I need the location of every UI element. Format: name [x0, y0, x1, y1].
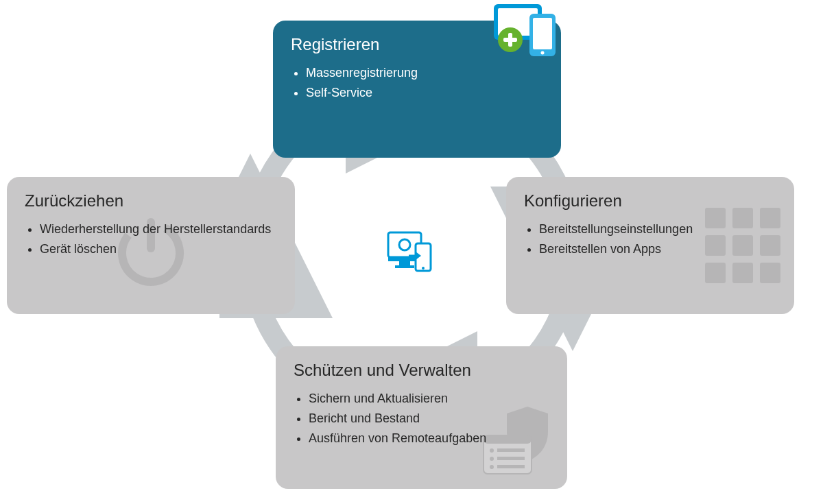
card-configure-title: Konfigurieren — [524, 192, 776, 210]
list-item: Massenregistrierung — [306, 63, 543, 83]
svg-rect-31 — [497, 465, 525, 468]
lifecycle-diagram: Registrieren Massenregistrierung Self-Se… — [0, 0, 823, 504]
card-register-list: Massenregistrierung Self-Service — [291, 63, 543, 103]
svg-point-28 — [490, 457, 494, 461]
list-item: Bericht und Bestand — [309, 409, 549, 429]
list-item: Bereitstellen von Apps — [539, 239, 776, 259]
card-protect-manage: Schützen und Verwalten Sichern und Aktua… — [276, 346, 567, 489]
svg-point-26 — [490, 448, 494, 453]
card-retire-title: Zurückziehen — [25, 192, 277, 210]
list-item: Gerät löschen — [40, 239, 277, 259]
device-add-icon — [490, 1, 565, 63]
card-configure-list: Bereitstellungseinstellungen Bereitstell… — [524, 219, 776, 259]
card-configure: Konfigurieren Bereitstellungseinstellung… — [506, 177, 794, 314]
center-monitor-phone-icon — [384, 228, 439, 276]
svg-rect-10 — [533, 18, 552, 49]
card-protect-title: Schützen und Verwalten — [294, 361, 549, 379]
svg-rect-21 — [705, 263, 726, 283]
list-item: Wiederherstellung der Herstellerstandard… — [40, 219, 277, 239]
svg-rect-23 — [760, 263, 780, 283]
list-item: Sichern und Aktualisieren — [309, 389, 549, 409]
list-item: Bereitstellungseinstellungen — [539, 219, 776, 239]
card-protect-list: Sichern und Aktualisieren Bericht und Be… — [294, 389, 549, 448]
card-retire: Zurückziehen Wiederherstellung der Herst… — [7, 177, 295, 314]
svg-point-6 — [422, 267, 425, 269]
svg-rect-29 — [497, 457, 525, 460]
svg-point-30 — [490, 465, 494, 469]
svg-rect-22 — [732, 263, 753, 283]
svg-rect-2 — [399, 261, 410, 265]
svg-rect-14 — [503, 38, 517, 42]
svg-point-11 — [541, 51, 545, 55]
list-item: Ausführen von Remoteaufgaben — [309, 429, 549, 448]
svg-rect-27 — [497, 448, 525, 452]
list-item: Self-Service — [306, 83, 543, 103]
card-register: Registrieren Massenregistrierung Self-Se… — [273, 21, 561, 158]
card-retire-list: Wiederherstellung der Herstellerstandard… — [25, 219, 277, 259]
svg-rect-3 — [395, 265, 414, 268]
